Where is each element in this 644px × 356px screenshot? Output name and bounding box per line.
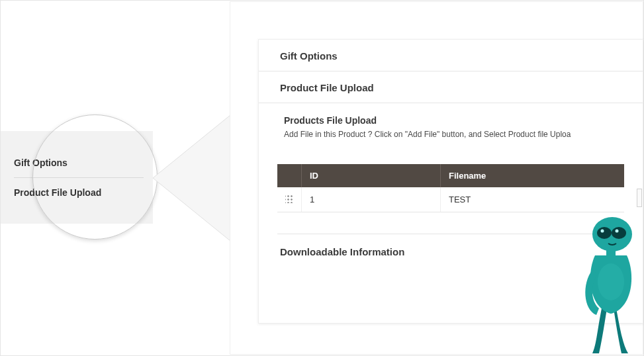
cell-filename: TEST bbox=[441, 187, 625, 212]
add-file-button[interactable] bbox=[637, 189, 642, 207]
section-product-file-upload[interactable]: Product File Upload bbox=[259, 71, 643, 103]
callout-strip: Gift Options Product File Upload bbox=[1, 131, 153, 224]
upload-block-title: Products File Upload bbox=[284, 115, 624, 126]
upload-block: Products File Upload Add File in this Pr… bbox=[259, 103, 643, 146]
col-header-drag bbox=[277, 164, 302, 187]
upload-block-hint: Add File in this Product ? Click on "Add… bbox=[284, 130, 624, 139]
svg-point-6 bbox=[616, 230, 619, 233]
alien-mascot bbox=[579, 209, 643, 356]
files-table-wrap: ID Filename 1 TEST bbox=[259, 164, 643, 212]
cell-id: 1 bbox=[302, 187, 441, 212]
files-table: ID Filename 1 TEST bbox=[277, 164, 624, 212]
svg-point-4 bbox=[612, 227, 626, 239]
table-row[interactable]: 1 TEST bbox=[277, 187, 624, 212]
svg-point-5 bbox=[601, 230, 604, 233]
drag-handle[interactable] bbox=[277, 187, 302, 212]
svg-point-3 bbox=[597, 227, 612, 239]
col-header-filename[interactable]: Filename bbox=[441, 164, 625, 187]
svg-point-7 bbox=[598, 263, 624, 300]
stage: Gift Options Product File Upload Gift Op… bbox=[0, 0, 644, 356]
callout-item-gift-options: Gift Options bbox=[14, 148, 144, 177]
section-gift-options[interactable]: Gift Options bbox=[259, 40, 643, 71]
drag-dots-icon bbox=[285, 194, 293, 203]
table-header-row: ID Filename bbox=[277, 164, 624, 187]
col-header-id[interactable]: ID bbox=[302, 164, 441, 187]
callout-item-product-file-upload: Product File Upload bbox=[14, 178, 144, 207]
